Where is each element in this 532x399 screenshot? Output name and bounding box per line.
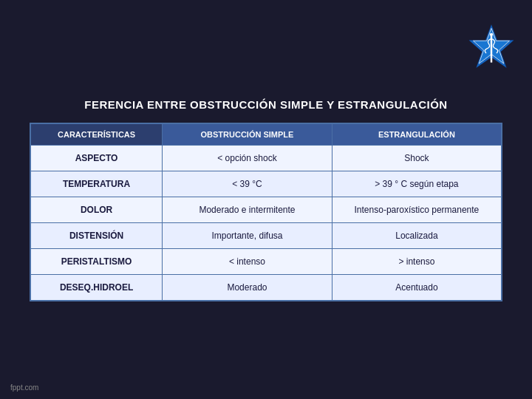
cell-estrangulacion: > intenso: [332, 248, 502, 274]
cell-caracteristica: DOLOR: [30, 197, 163, 222]
cell-caracteristica: ASPECTO: [30, 145, 163, 171]
cell-estrangulacion: Localizada: [332, 222, 502, 248]
main-container: FERENCIA ENTRE OBSTRUCCIÓN SIMPLE Y ESTR…: [15, 83, 517, 316]
svg-point-3: [490, 33, 493, 36]
cell-obstruccion: < 39 °C: [163, 171, 332, 197]
header-obstruccion: OBSTRUCCIÓN SIMPLE: [163, 123, 332, 146]
header-estrangulacion: ESTRANGULACIÓN: [332, 123, 502, 146]
cell-estrangulacion: > 39 ° C según etapa: [332, 171, 502, 197]
cell-caracteristica: PERISTALTISMO: [30, 248, 163, 274]
page-title: FERENCIA ENTRE OBSTRUCCIÓN SIMPLE Y ESTR…: [30, 98, 502, 111]
table-row: PERISTALTISMO< intenso> intenso: [30, 248, 502, 274]
footer-watermark: fppt.com: [10, 383, 38, 392]
table-row: DESEQ.HIDROELModeradoAcentuado: [30, 274, 502, 301]
table-row: TEMPERATURA< 39 °C> 39 ° C según etapa: [30, 171, 502, 197]
cell-obstruccion: Importante, difusa: [163, 222, 332, 248]
cell-obstruccion: Moderado e intermitente: [163, 197, 332, 222]
cell-estrangulacion: Acentuado: [332, 274, 502, 301]
table-header-row: CARACTERÍSTICAS OBSTRUCCIÓN SIMPLE ESTRA…: [30, 123, 502, 146]
header-caracteristicas: CARACTERÍSTICAS: [30, 123, 163, 146]
table-body: ASPECTO< opción shockShockTEMPERATURA< 3…: [30, 145, 502, 301]
cell-obstruccion: < intenso: [163, 248, 332, 274]
cell-obstruccion: < opción shock: [163, 145, 332, 171]
cell-obstruccion: Moderado: [163, 274, 332, 301]
cell-caracteristica: DISTENSIÓN: [30, 222, 163, 248]
table-row: DISTENSIÓNImportante, difusaLocalizada: [30, 222, 502, 248]
cell-estrangulacion: Intenso-paroxístico permanente: [332, 197, 502, 222]
table-row: ASPECTO< opción shockShock: [30, 145, 502, 171]
comparison-table: CARACTERÍSTICAS OBSTRUCCIÓN SIMPLE ESTRA…: [30, 123, 502, 301]
cell-caracteristica: DESEQ.HIDROEL: [30, 274, 163, 301]
cell-estrangulacion: Shock: [332, 145, 502, 171]
cell-caracteristica: TEMPERATURA: [30, 171, 163, 197]
table-row: DOLORModerado e intermitenteIntenso-paro…: [30, 197, 502, 222]
